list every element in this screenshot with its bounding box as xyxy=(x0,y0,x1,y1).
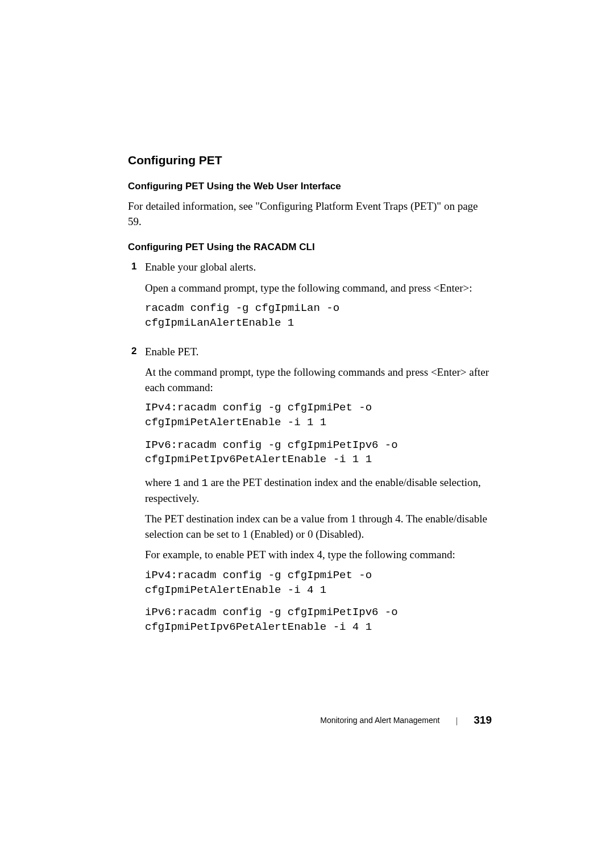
step-2-where: where 1 and 1 are the PET destination in… xyxy=(145,475,492,506)
step-2-code-ipv6-ex: iPv6:racadm config -g cfgIpmiPetIpv6 -o … xyxy=(145,605,492,634)
step-1-marker: 1 xyxy=(128,260,145,338)
step-1-intro: Enable your global alerts. xyxy=(145,260,492,275)
section-heading: Configuring PET xyxy=(128,153,492,167)
step-1-para: Open a command prompt, type the followin… xyxy=(145,281,492,296)
subsection-web-heading: Configuring PET Using the Web User Inter… xyxy=(128,181,492,192)
step-2-intro: Enable PET. xyxy=(145,344,492,360)
step-2-para: At the command prompt, type the followin… xyxy=(145,365,492,395)
page-content: Configuring PET Configuring PET Using th… xyxy=(128,153,492,643)
step-1-content: Enable your global alerts. Open a comman… xyxy=(145,260,492,338)
footer-page-number: 319 xyxy=(474,714,492,726)
step-1: 1 Enable your global alerts. Open a comm… xyxy=(128,260,492,338)
step-2-ranges: The PET destination index can be a value… xyxy=(145,512,492,542)
step-2: 2 Enable PET. At the command prompt, typ… xyxy=(128,344,492,643)
step-2-code-ipv4: IPv4:racadm config -g cfgIpmiPet -o cfgI… xyxy=(145,401,492,430)
step-2-code-ipv4-ex: iPv4:racadm config -g cfgIpmiPet -o cfgI… xyxy=(145,568,492,597)
subsection-cli-heading: Configuring PET Using the RACADM CLI xyxy=(128,242,492,253)
step-1-code: racadm config -g cfgIpmiLan -o cfgIpmiLa… xyxy=(145,301,492,330)
footer-separator: | xyxy=(455,716,458,725)
step-2-example-intro: For example, to enable PET with index 4,… xyxy=(145,547,492,563)
footer-chapter: Monitoring and Alert Management xyxy=(320,716,439,725)
where-pre: where xyxy=(145,476,174,488)
step-2-marker: 2 xyxy=(128,344,145,643)
where-one1: 1 xyxy=(174,477,180,489)
step-2-code-ipv6: IPv6:racadm config -g cfgIpmiPetIpv6 -o … xyxy=(145,438,492,467)
step-2-content: Enable PET. At the command prompt, type … xyxy=(145,344,492,643)
where-one2: 1 xyxy=(202,477,208,489)
page-footer: Monitoring and Alert Management | 319 xyxy=(0,714,614,726)
where-mid: and xyxy=(181,476,202,488)
web-intro-paragraph: For detailed information, see "Configuri… xyxy=(128,199,492,229)
